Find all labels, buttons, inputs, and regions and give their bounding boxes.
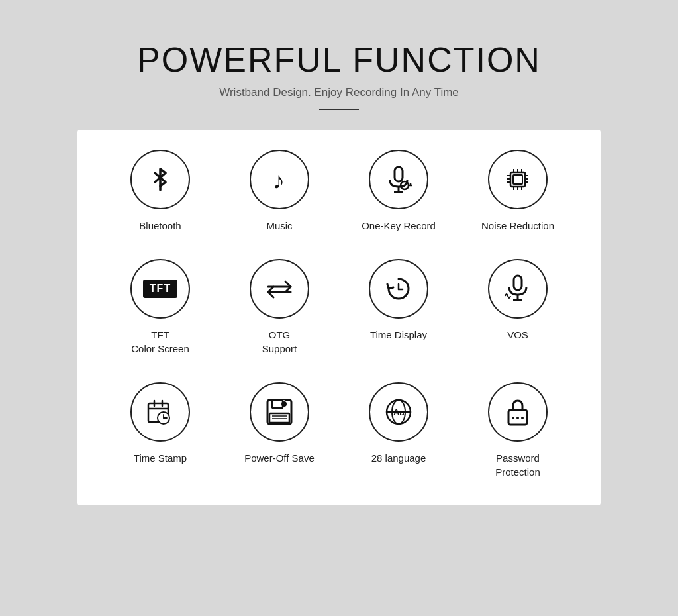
password-icon [501,395,534,429]
feature-bluetooth: Bluetooth [104,150,217,232]
noise-reduction-label: Noise Reduction [481,219,554,232]
svg-rect-9 [513,175,522,184]
feature-password: PasswordProtection [461,382,574,479]
page-header: POWERFUL FUNCTION Wristband Design. Enjo… [137,40,541,110]
music-label: Music [266,219,292,232]
time-stamp-icon-circle [130,382,190,442]
otg-label: OTGSupport [262,328,297,356]
otg-icon-circle [250,259,309,319]
svg-point-49 [516,417,519,419]
svg-text:♪: ♪ [273,168,285,194]
bluetooth-label: Bluetooth [139,219,181,232]
time-stamp-label: Time Stamp [134,451,187,465]
svg-point-50 [521,417,524,419]
password-icon-circle [488,382,548,442]
power-off-save-icon [263,395,296,429]
feature-time-stamp: Time Stamp [104,382,217,479]
features-card: Bluetooth ♪ Music [77,130,601,505]
feature-28-language: Aa 28 language [342,382,455,479]
features-grid: Bluetooth ♪ Music [104,150,574,479]
noise-reduction-icon [501,163,534,196]
svg-rect-37 [272,400,283,408]
time-display-icon-circle [369,259,428,319]
svg-rect-36 [267,400,291,424]
time-display-label: Time Display [370,328,427,342]
feature-tft: TFT TFTColor Screen [104,259,217,356]
feature-one-key-record: One-Key Record [342,150,455,232]
svg-rect-2 [395,167,403,181]
bluetooth-icon [146,165,175,194]
feature-otg: OTGSupport [223,259,336,356]
feature-vos: VOS [461,259,574,356]
title-divider [319,109,359,110]
page-title: POWERFUL FUNCTION [137,40,541,79]
feature-noise-reduction: Noise Reduction [461,150,574,232]
svg-rect-26 [514,276,522,290]
vos-label: VOS [507,328,528,342]
noise-reduction-icon-circle [488,150,548,209]
svg-text:Aa: Aa [393,407,405,417]
svg-point-48 [512,417,514,419]
tft-icon: TFT [143,280,177,298]
feature-power-off-save: Power-Off Save [223,382,336,479]
language-icon: Aa [382,395,415,429]
one-key-record-icon-circle [369,150,428,209]
power-off-save-label: Power-Off Save [244,451,315,465]
power-off-save-icon-circle [250,382,309,442]
feature-time-display: Time Display [342,259,455,356]
svg-rect-38 [269,413,289,423]
language-icon-circle: Aa [369,382,428,442]
tft-icon-circle: TFT [130,259,190,319]
time-display-icon [382,272,415,305]
otg-icon [263,272,296,305]
password-label: PasswordProtection [495,451,540,479]
feature-music: ♪ Music [223,150,336,232]
music-icon: ♪ [265,165,294,194]
svg-point-41 [281,401,287,407]
page-subtitle: Wristband Design. Enjoy Recording In Any… [137,86,541,99]
vos-icon [501,272,534,305]
time-stamp-icon [144,395,177,429]
one-key-record-icon [382,163,415,196]
music-icon-circle: ♪ [250,150,309,209]
tft-label: TFTColor Screen [131,328,189,356]
language-label: 28 language [371,451,426,465]
one-key-record-label: One-Key Record [362,219,436,232]
vos-icon-circle [488,259,548,319]
bluetooth-icon-circle [130,150,190,209]
